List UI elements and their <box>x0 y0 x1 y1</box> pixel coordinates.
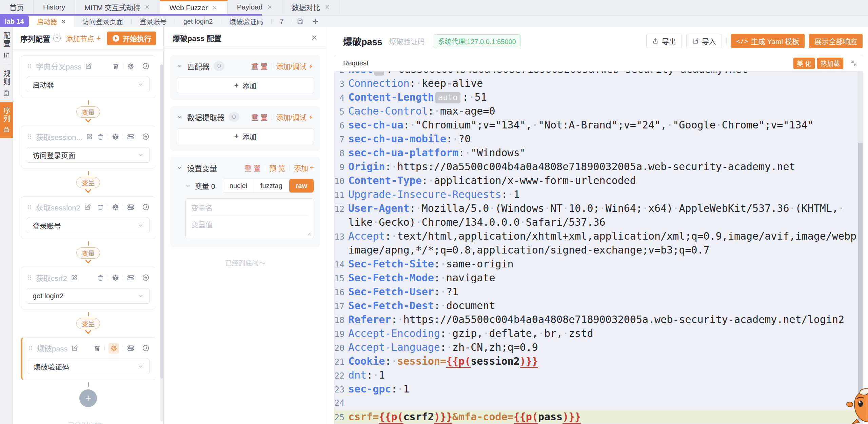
tab-history[interactable]: History <box>34 0 75 14</box>
code-line[interactable]: like·Gecko)·Chrome/134.0.0.0·Safari/537.… <box>334 215 858 229</box>
gear-icon[interactable] <box>112 204 119 211</box>
code-line[interactable]: 13Accept:·text/html,application/xhtml+xm… <box>334 229 858 243</box>
subtab-7[interactable]: 7 <box>272 16 292 27</box>
gear-icon[interactable] <box>112 274 119 281</box>
variable-name-input[interactable] <box>191 201 308 216</box>
editor-scrollbar-thumb[interactable] <box>858 143 863 421</box>
subtab-launcher[interactable]: 启动器 <box>29 16 74 27</box>
toggles-icon[interactable] <box>127 203 134 211</box>
code-line[interactable]: image/apng,*/*;q=0.8,application/signed-… <box>334 243 858 257</box>
collapse-icon[interactable] <box>850 60 857 67</box>
beautify-button[interactable]: 美 化 <box>793 58 815 69</box>
code-line[interactable]: 14Sec-Fetch-Site:·same-origin <box>334 257 858 271</box>
matcher-add-button[interactable]: +添加 <box>177 78 314 93</box>
sequence-node-get-session2[interactable]: 获取session2 登录账号 <box>21 196 155 239</box>
drag-handle-icon[interactable] <box>27 133 33 140</box>
clipboard-icon[interactable] <box>3 89 10 97</box>
sequence-node-dict-fork[interactable]: 字典分叉pass 启动器 <box>21 55 155 98</box>
trash-icon[interactable] <box>97 204 104 211</box>
code-line[interactable]: 25csrf={{p(csrf2)}}&mfa-code={{p(pass)}} <box>334 410 858 424</box>
toggles-icon[interactable] <box>127 344 134 352</box>
sequence-node-get-session[interactable]: 获取session... 访问登录页面 <box>21 126 155 168</box>
code-line[interactable]: 22dnt:·1 <box>334 368 858 382</box>
request-editor[interactable]: 2Host:·0a5500c004b4a0a4808e71890032005a.… <box>334 72 863 424</box>
append-node-button[interactable]: + <box>79 389 97 407</box>
extractor-add-button[interactable]: +添加 <box>177 128 314 144</box>
forward-icon[interactable] <box>142 62 150 70</box>
edit-icon[interactable] <box>84 204 91 211</box>
toggles-icon[interactable] <box>127 274 134 281</box>
subtab-visit-login[interactable]: 访问登录页面 <box>74 16 131 27</box>
mode-fuzztag[interactable]: fuzztag <box>254 179 289 193</box>
add-variable-button[interactable]: 添加+ <box>294 163 314 173</box>
show-all-responses-button[interactable]: 展示全部响应 <box>809 34 863 48</box>
rail-item-rules[interactable]: 规则 <box>1 70 12 86</box>
code-line[interactable]: 11Upgrade-Insecure-Requests:·1 <box>334 187 858 201</box>
code-line[interactable]: 3Connection:·keep-alive <box>334 76 858 90</box>
edit-icon[interactable] <box>85 63 92 70</box>
rail-item-config[interactable]: 配置 <box>1 32 12 48</box>
sequence-group-badge[interactable]: lab 14 <box>0 16 29 27</box>
code-line[interactable]: 19Accept-Encoding:·gzip,·deflate,·br,·zs… <box>334 326 858 340</box>
sliders-icon[interactable] <box>3 52 10 59</box>
node-request-select[interactable]: 启动器 <box>27 77 150 92</box>
trash-icon[interactable] <box>112 63 119 70</box>
code-line[interactable]: 17Sec-Fetch-Dest:·document <box>334 299 858 312</box>
node-request-select[interactable]: 访问登录页面 <box>27 147 150 163</box>
drag-handle-icon[interactable] <box>27 62 33 70</box>
code-line[interactable]: 2Host:·0a5500c004b4a0a4808e71890032005a.… <box>334 72 858 76</box>
close-icon[interactable] <box>144 4 150 10</box>
edit-icon[interactable] <box>71 274 78 281</box>
code-line[interactable]: 7sec-ch-ua-mobile:·?0 <box>334 132 858 146</box>
resize-handle-icon[interactable] <box>305 230 311 236</box>
sequence-node-get-csrf2[interactable]: 获取csrf2 get login2 <box>21 267 155 309</box>
close-icon[interactable] <box>61 19 66 24</box>
close-icon[interactable] <box>311 34 318 41</box>
chevron-down-icon[interactable] <box>185 183 191 188</box>
help-icon[interactable]: ? <box>53 35 61 42</box>
code-line[interactable]: 10Content-Type:·application/x-www-form-u… <box>334 174 858 187</box>
hot-reload-button[interactable]: 热加载 <box>817 58 843 69</box>
mode-nuclei[interactable]: nuclei <box>223 179 254 193</box>
code-line[interactable]: 6sec-ch-ua:·"Chromium";v="134",·"Not:A-B… <box>334 118 858 132</box>
add-node-button[interactable]: 添加节点+ <box>66 33 101 43</box>
subtab-get-login2[interactable]: get login2 <box>175 16 221 27</box>
request-tab-label[interactable]: Request <box>343 59 369 67</box>
node-request-select[interactable]: 爆破验证码 <box>28 359 150 374</box>
forward-icon[interactable] <box>142 274 150 281</box>
code-line[interactable]: 15Sec-Fetch-Mode:·navigate <box>334 271 858 285</box>
chevron-down-icon[interactable] <box>177 114 182 120</box>
code-line[interactable]: 12User-Agent:·Mozilla/5.0·(Windows·NT·10… <box>334 201 858 215</box>
editor-scrollbar[interactable] <box>858 72 863 424</box>
code-line[interactable]: 9Origin:·https://0a5500c004b4a0a4808e718… <box>334 160 858 174</box>
tab-home[interactable]: 首页 <box>0 0 34 14</box>
rail-item-sequence[interactable]: 序列 <box>0 102 13 138</box>
generate-yaml-button[interactable]: </>生成 Yaml 模板 <box>731 34 805 48</box>
close-icon[interactable] <box>267 4 273 10</box>
preview-button[interactable]: 预 览 <box>269 163 285 173</box>
subtab-brute-mfa[interactable]: 爆破验证码 <box>221 16 271 27</box>
code-line[interactable]: 18Referer:·https://0a5500c004b4a0a4808e7… <box>334 312 858 326</box>
code-line[interactable]: 24 <box>334 396 858 410</box>
forward-icon[interactable] <box>142 344 150 352</box>
close-icon[interactable] <box>324 4 330 10</box>
tab-mitm[interactable]: MITM 交互式劫持 <box>75 0 160 14</box>
save-tabs-icon[interactable] <box>296 18 304 25</box>
code-line[interactable]: 8sec-ch-ua-platform:·"Windows" <box>334 146 858 160</box>
drag-handle-icon[interactable] <box>27 274 33 281</box>
node-request-select[interactable]: get login2 <box>27 288 150 304</box>
gear-icon-active[interactable] <box>108 343 119 354</box>
trash-icon[interactable] <box>94 345 101 352</box>
trash-icon[interactable] <box>97 274 104 281</box>
chevron-down-icon[interactable] <box>177 165 182 171</box>
chevron-down-icon[interactable] <box>177 63 182 69</box>
run-button[interactable]: 开始执行 <box>107 32 156 45</box>
gear-icon[interactable] <box>112 133 119 140</box>
add-tab-icon[interactable] <box>312 18 319 25</box>
reset-button[interactable]: 重 置 <box>251 112 268 122</box>
close-icon[interactable] <box>212 5 218 11</box>
code-line[interactable]: 5Cache-Control:·max-age=0 <box>334 104 858 118</box>
trash-icon[interactable] <box>97 133 104 140</box>
subtab-login-account[interactable]: 登录账号 <box>132 16 175 27</box>
sequence-scrollbar[interactable] <box>160 64 163 421</box>
